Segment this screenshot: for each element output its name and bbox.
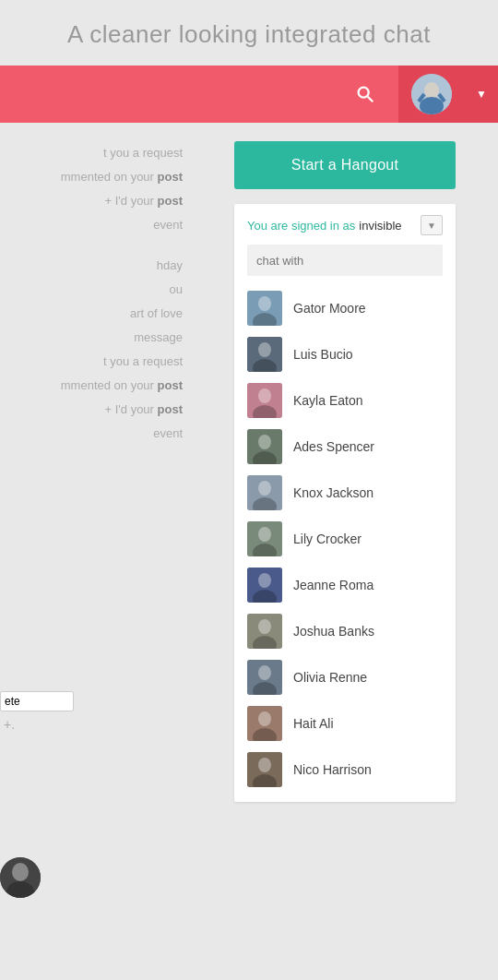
avatar-image [247,521,282,556]
sidebar-input[interactable] [0,691,74,711]
signed-in-label: You are signed in as [247,219,355,233]
avatar [247,291,282,326]
avatar [247,614,282,649]
contact-name: Nico Harrison [293,762,372,777]
avatar [247,752,282,787]
svg-point-35 [258,665,271,680]
sidebar-avatar-image [0,857,41,898]
list-item: hday [0,254,190,278]
svg-point-14 [258,342,271,357]
sidebar-avatar-bottom [0,857,41,898]
list-item[interactable]: Lily Crocker [234,516,456,562]
contact-name: Luis Bucio [293,347,353,362]
avatar [247,429,282,464]
left-sidebar: t you a request mmented on your post + I… [0,123,201,953]
list-item: mmented on your post [0,374,190,398]
svg-point-0 [359,88,369,98]
svg-point-11 [258,296,271,311]
avatar-image [247,337,282,372]
page-title-bar: A cleaner looking integrated chat [0,0,498,66]
list-item[interactable]: Hait Ali [234,700,456,747]
sidebar-plus-label: +. [0,717,83,732]
list-item[interactable]: Luis Bucio [234,331,456,377]
avatar [247,660,282,695]
chat-panel: You are signed in as invisible ▼ Gator M… [234,204,456,802]
avatar-image [247,291,282,326]
avatar [247,568,282,603]
avatar-image [247,660,282,695]
list-item: mmented on your post [0,165,190,189]
avatar-image [247,614,282,649]
list-item[interactable]: Ades Spencer [234,424,456,470]
list-item: ou [0,278,190,302]
contact-name: Hait Ali [293,716,334,731]
list-item: t you a request [0,141,190,165]
svg-point-26 [258,527,271,542]
svg-point-29 [258,573,271,588]
contact-list: Gator Moore Luis Bucio Kayla Eaton [234,285,456,793]
list-item[interactable]: Gator Moore [234,285,456,331]
svg-point-38 [258,711,271,726]
list-item[interactable]: Jeanne Roma [234,562,456,608]
start-hangout-button[interactable]: Start a Hangout [234,141,456,189]
avatar-image [247,475,282,510]
avatar-image [247,752,282,787]
list-item: + I'd your post [0,398,190,422]
divider [0,237,190,254]
avatar [247,706,282,741]
list-item[interactable]: Joshua Banks [234,608,456,654]
avatar [247,383,282,418]
contact-name: Jeanne Roma [293,578,374,592]
header-avatar-area [398,66,465,123]
contact-name: Kayla Eaton [293,393,363,408]
contact-name: Gator Moore [293,301,366,316]
contact-name: Ades Spencer [293,439,374,454]
chat-with-input[interactable] [247,245,443,276]
svg-point-20 [258,435,271,449]
list-item: art of love [0,302,190,326]
svg-point-3 [424,82,439,99]
avatar-image [247,429,282,464]
list-item: message [0,326,190,350]
list-item[interactable]: Knox Jackson [234,470,456,516]
signed-in-row: You are signed in as invisible ▼ [234,204,456,245]
list-item: event [0,422,190,446]
status-badge: invisible [359,219,401,233]
contact-name: Joshua Banks [293,624,374,639]
contact-name: Knox Jackson [293,485,374,500]
contact-name: Olivia Renne [293,670,367,685]
svg-line-1 [368,97,374,102]
svg-point-32 [258,619,271,634]
sidebar-input-area: +. [0,691,83,732]
page-title: A cleaner looking integrated chat [0,20,498,49]
svg-point-8 [12,863,29,881]
list-item[interactable]: Olivia Renne [234,654,456,700]
list-item[interactable]: Nico Harrison [234,747,456,793]
avatar [411,74,452,114]
list-item: t you a request [0,350,190,374]
list-item[interactable]: Kayla Eaton [234,377,456,424]
search-icon [355,84,375,104]
right-panel: Start a Hangout You are signed in as inv… [201,123,498,953]
svg-point-41 [258,758,271,772]
search-button[interactable] [332,66,398,123]
user-dropdown-button[interactable]: ▼ [465,66,498,123]
contact-name: Lily Crocker [293,532,362,546]
header-spacer [0,66,332,123]
list-item: + I'd your post [0,189,190,213]
list-item: event [0,213,190,237]
status-dropdown-button[interactable]: ▼ [421,215,443,235]
avatar [247,337,282,372]
avatar-image [247,706,282,741]
svg-point-23 [258,481,271,496]
main-layout: t you a request mmented on your post + I… [0,123,498,953]
avatar-image [411,74,452,114]
avatar-image [247,383,282,418]
avatar [247,521,282,556]
chevron-down-icon: ▼ [427,221,436,231]
chevron-down-icon: ▼ [476,88,487,101]
avatar [247,475,282,510]
svg-point-17 [258,388,271,403]
avatar-image [247,568,282,603]
header-bar: ▼ [0,66,498,123]
